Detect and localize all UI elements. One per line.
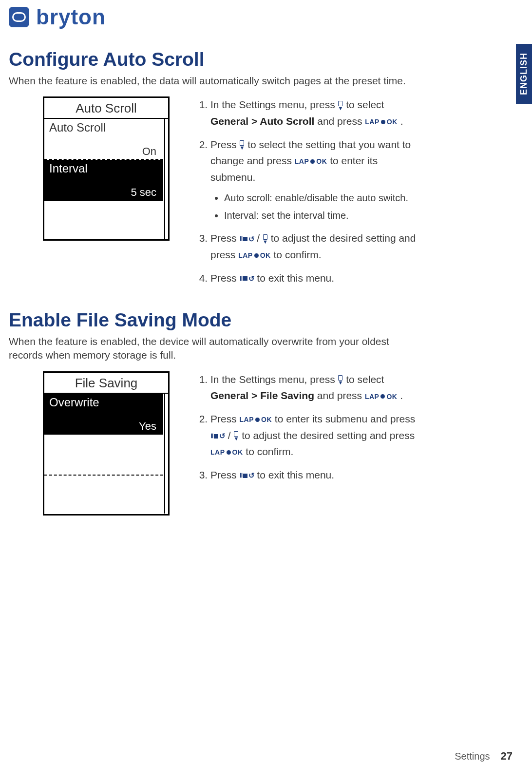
step-2: Press LAPOK to enter its submenu and pre…: [210, 411, 419, 460]
pause-stop-back-icon: [210, 430, 225, 442]
device-item-empty: [44, 476, 163, 478]
down-page-icon: ▼: [338, 101, 343, 111]
device-item-label: Auto Scroll: [49, 121, 158, 134]
down-page-icon: ▼: [263, 234, 268, 244]
lap-ok-button-icon: LAPOK: [365, 116, 398, 127]
device-item-label: Interval: [49, 162, 158, 175]
text: to enter its submenu and press: [275, 413, 415, 424]
down-page-icon: ▼: [234, 431, 239, 441]
lap-ok-button-icon: LAPOK: [238, 250, 271, 261]
step-3: Press / ▼ to adjust the desired setting …: [210, 230, 419, 263]
language-tab: ENGLISH: [516, 44, 532, 104]
device-scrollbar: [164, 119, 168, 239]
device-item-value: On: [142, 145, 158, 158]
text: /: [257, 232, 263, 244]
substeps: Auto scroll: enable/disable the auto swi…: [210, 190, 419, 223]
text: to select: [346, 99, 384, 110]
text: to exit this menu.: [257, 469, 334, 480]
bold-path: General > Auto Scroll: [210, 115, 314, 127]
lap-ok-button-icon: LAPOK: [240, 414, 272, 425]
device-item-auto-scroll: Auto Scroll On: [44, 119, 163, 160]
bold-path: General > File Saving: [210, 390, 314, 401]
bryton-logo-icon: [9, 7, 29, 27]
section-intro-file-saving: When the feature is enabled, the device …: [9, 335, 419, 363]
footer-page-number: 27: [501, 750, 513, 763]
page-footer: Settings 27: [455, 750, 513, 763]
text: In the Settings menu, press: [210, 99, 338, 110]
lap-ok-button-icon: LAPOK: [210, 447, 243, 458]
steps-auto-scroll: In the Settings menu, press ▼ to select …: [199, 96, 419, 293]
text: /: [228, 430, 234, 441]
text: to select: [346, 374, 384, 385]
footer-section: Settings: [455, 751, 490, 762]
section-intro-auto-scroll: When the feature is enabled, the data wi…: [9, 74, 419, 88]
text: and press: [317, 390, 365, 401]
text: In the Settings menu, press: [210, 374, 338, 385]
device-title: Auto Scroll: [44, 98, 168, 119]
device-item-overwrite: Overwrite Yes: [44, 394, 163, 435]
text: and press: [317, 115, 365, 127]
device-scrollbar: [164, 394, 168, 514]
step-4: Press to exit this menu.: [210, 270, 419, 286]
section-heading-file-saving: Enable File Saving Mode: [9, 309, 419, 331]
device-item-label: Overwrite: [49, 396, 158, 409]
brand-name: bryton: [36, 5, 106, 29]
pause-stop-back-icon: [240, 470, 254, 481]
device-item-value: Yes: [139, 420, 158, 433]
text: .: [400, 115, 403, 127]
text: .: [400, 390, 403, 401]
substep-auto-scroll: Auto scroll: enable/disable the auto swi…: [224, 190, 419, 206]
text: Press: [210, 272, 240, 284]
lap-ok-button-icon: LAPOK: [295, 156, 327, 167]
down-page-icon: ▼: [338, 375, 343, 385]
text: to exit this menu.: [257, 272, 334, 284]
device-item-value: 5 sec: [131, 186, 158, 199]
pause-stop-back-icon: [240, 233, 254, 245]
down-page-icon: ▼: [240, 140, 245, 150]
page-header: bryton: [0, 0, 532, 31]
device-screen-file-saving: File Saving Overwrite Yes: [43, 371, 170, 516]
text: Press: [210, 139, 240, 150]
text: to adjust the desired setting and press: [242, 430, 415, 441]
section-heading-auto-scroll: Configure Auto Scroll: [9, 49, 419, 70]
step-1: In the Settings menu, press ▼ to select …: [210, 371, 419, 404]
device-screen-auto-scroll: Auto Scroll Auto Scroll On Interval 5 se…: [43, 96, 170, 241]
step-3: Press to exit this menu.: [210, 467, 419, 483]
step-1: In the Settings menu, press ▼ to select …: [210, 96, 419, 129]
steps-file-saving: In the Settings menu, press ▼ to select …: [199, 371, 419, 490]
device-item-empty: [44, 435, 163, 476]
device-item-interval: Interval 5 sec: [44, 160, 163, 201]
text: Press: [210, 232, 240, 244]
pause-stop-back-icon: [240, 273, 254, 285]
substep-interval: Interval: set the interval time.: [224, 208, 419, 223]
text: Press: [210, 413, 240, 424]
step-2: Press ▼ to select the setting that you w…: [210, 136, 419, 224]
device-item-empty: [44, 201, 163, 204]
lap-ok-button-icon: LAPOK: [365, 391, 398, 402]
device-title: File Saving: [44, 373, 168, 394]
text: to confirm.: [246, 446, 293, 457]
text: to confirm.: [274, 249, 322, 260]
text: Press: [210, 469, 240, 480]
